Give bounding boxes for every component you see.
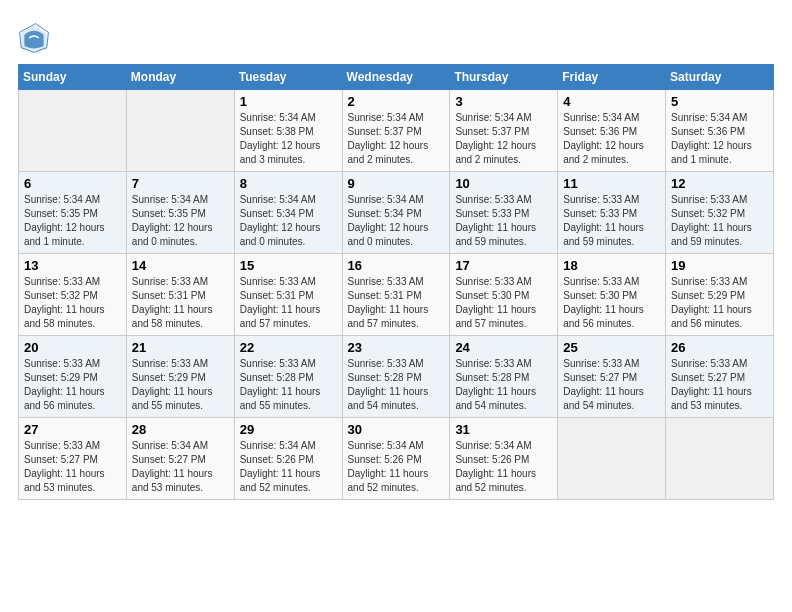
day-info: Sunrise: 5:33 AMSunset: 5:33 PMDaylight:… — [563, 193, 660, 249]
day-number: 28 — [132, 422, 229, 437]
calendar-cell: 23Sunrise: 5:33 AMSunset: 5:28 PMDayligh… — [342, 336, 450, 418]
calendar-week-row: 20Sunrise: 5:33 AMSunset: 5:29 PMDayligh… — [19, 336, 774, 418]
day-info: Sunrise: 5:33 AMSunset: 5:31 PMDaylight:… — [132, 275, 229, 331]
calendar-cell: 31Sunrise: 5:34 AMSunset: 5:26 PMDayligh… — [450, 418, 558, 500]
day-info: Sunrise: 5:34 AMSunset: 5:35 PMDaylight:… — [24, 193, 121, 249]
day-number: 4 — [563, 94, 660, 109]
weekday-header-monday: Monday — [126, 65, 234, 90]
calendar-cell: 6Sunrise: 5:34 AMSunset: 5:35 PMDaylight… — [19, 172, 127, 254]
weekday-header-thursday: Thursday — [450, 65, 558, 90]
day-info: Sunrise: 5:33 AMSunset: 5:31 PMDaylight:… — [348, 275, 445, 331]
day-info: Sunrise: 5:34 AMSunset: 5:37 PMDaylight:… — [455, 111, 552, 167]
day-number: 11 — [563, 176, 660, 191]
calendar-week-row: 1Sunrise: 5:34 AMSunset: 5:38 PMDaylight… — [19, 90, 774, 172]
logo-icon — [18, 22, 50, 54]
day-number: 6 — [24, 176, 121, 191]
day-number: 20 — [24, 340, 121, 355]
day-info: Sunrise: 5:33 AMSunset: 5:29 PMDaylight:… — [671, 275, 768, 331]
day-number: 13 — [24, 258, 121, 273]
day-number: 7 — [132, 176, 229, 191]
weekday-header-sunday: Sunday — [19, 65, 127, 90]
day-number: 18 — [563, 258, 660, 273]
day-info: Sunrise: 5:33 AMSunset: 5:28 PMDaylight:… — [455, 357, 552, 413]
calendar-cell: 11Sunrise: 5:33 AMSunset: 5:33 PMDayligh… — [558, 172, 666, 254]
calendar-cell: 8Sunrise: 5:34 AMSunset: 5:34 PMDaylight… — [234, 172, 342, 254]
weekday-header-saturday: Saturday — [666, 65, 774, 90]
day-info: Sunrise: 5:33 AMSunset: 5:29 PMDaylight:… — [24, 357, 121, 413]
day-info: Sunrise: 5:33 AMSunset: 5:32 PMDaylight:… — [24, 275, 121, 331]
calendar-cell: 27Sunrise: 5:33 AMSunset: 5:27 PMDayligh… — [19, 418, 127, 500]
day-info: Sunrise: 5:33 AMSunset: 5:32 PMDaylight:… — [671, 193, 768, 249]
calendar-cell: 26Sunrise: 5:33 AMSunset: 5:27 PMDayligh… — [666, 336, 774, 418]
calendar-cell: 3Sunrise: 5:34 AMSunset: 5:37 PMDaylight… — [450, 90, 558, 172]
calendar-cell: 5Sunrise: 5:34 AMSunset: 5:36 PMDaylight… — [666, 90, 774, 172]
day-number: 5 — [671, 94, 768, 109]
day-number: 2 — [348, 94, 445, 109]
calendar-week-row: 13Sunrise: 5:33 AMSunset: 5:32 PMDayligh… — [19, 254, 774, 336]
calendar-week-row: 6Sunrise: 5:34 AMSunset: 5:35 PMDaylight… — [19, 172, 774, 254]
day-number: 9 — [348, 176, 445, 191]
calendar-cell: 21Sunrise: 5:33 AMSunset: 5:29 PMDayligh… — [126, 336, 234, 418]
day-info: Sunrise: 5:34 AMSunset: 5:34 PMDaylight:… — [240, 193, 337, 249]
calendar-cell — [666, 418, 774, 500]
calendar-cell: 25Sunrise: 5:33 AMSunset: 5:27 PMDayligh… — [558, 336, 666, 418]
calendar-cell: 16Sunrise: 5:33 AMSunset: 5:31 PMDayligh… — [342, 254, 450, 336]
day-number: 29 — [240, 422, 337, 437]
day-number: 22 — [240, 340, 337, 355]
calendar-cell — [126, 90, 234, 172]
calendar-cell: 13Sunrise: 5:33 AMSunset: 5:32 PMDayligh… — [19, 254, 127, 336]
calendar-cell: 9Sunrise: 5:34 AMSunset: 5:34 PMDaylight… — [342, 172, 450, 254]
day-info: Sunrise: 5:33 AMSunset: 5:27 PMDaylight:… — [563, 357, 660, 413]
day-info: Sunrise: 5:34 AMSunset: 5:34 PMDaylight:… — [348, 193, 445, 249]
calendar-cell — [19, 90, 127, 172]
day-info: Sunrise: 5:34 AMSunset: 5:27 PMDaylight:… — [132, 439, 229, 495]
day-info: Sunrise: 5:33 AMSunset: 5:30 PMDaylight:… — [455, 275, 552, 331]
weekday-header-friday: Friday — [558, 65, 666, 90]
calendar-cell: 29Sunrise: 5:34 AMSunset: 5:26 PMDayligh… — [234, 418, 342, 500]
calendar-week-row: 27Sunrise: 5:33 AMSunset: 5:27 PMDayligh… — [19, 418, 774, 500]
day-info: Sunrise: 5:33 AMSunset: 5:28 PMDaylight:… — [348, 357, 445, 413]
calendar-cell: 15Sunrise: 5:33 AMSunset: 5:31 PMDayligh… — [234, 254, 342, 336]
day-info: Sunrise: 5:34 AMSunset: 5:37 PMDaylight:… — [348, 111, 445, 167]
day-number: 8 — [240, 176, 337, 191]
calendar-cell: 28Sunrise: 5:34 AMSunset: 5:27 PMDayligh… — [126, 418, 234, 500]
calendar-cell: 14Sunrise: 5:33 AMSunset: 5:31 PMDayligh… — [126, 254, 234, 336]
calendar-cell: 22Sunrise: 5:33 AMSunset: 5:28 PMDayligh… — [234, 336, 342, 418]
day-info: Sunrise: 5:33 AMSunset: 5:29 PMDaylight:… — [132, 357, 229, 413]
day-number: 16 — [348, 258, 445, 273]
day-number: 14 — [132, 258, 229, 273]
header — [18, 18, 774, 54]
day-info: Sunrise: 5:34 AMSunset: 5:26 PMDaylight:… — [348, 439, 445, 495]
calendar-cell: 17Sunrise: 5:33 AMSunset: 5:30 PMDayligh… — [450, 254, 558, 336]
day-info: Sunrise: 5:33 AMSunset: 5:30 PMDaylight:… — [563, 275, 660, 331]
day-number: 31 — [455, 422, 552, 437]
calendar-cell — [558, 418, 666, 500]
day-number: 17 — [455, 258, 552, 273]
calendar-cell: 10Sunrise: 5:33 AMSunset: 5:33 PMDayligh… — [450, 172, 558, 254]
day-number: 30 — [348, 422, 445, 437]
day-info: Sunrise: 5:34 AMSunset: 5:35 PMDaylight:… — [132, 193, 229, 249]
calendar-table: SundayMondayTuesdayWednesdayThursdayFrid… — [18, 64, 774, 500]
weekday-header-tuesday: Tuesday — [234, 65, 342, 90]
calendar-cell: 12Sunrise: 5:33 AMSunset: 5:32 PMDayligh… — [666, 172, 774, 254]
weekday-header-row: SundayMondayTuesdayWednesdayThursdayFrid… — [19, 65, 774, 90]
day-number: 23 — [348, 340, 445, 355]
day-info: Sunrise: 5:33 AMSunset: 5:27 PMDaylight:… — [24, 439, 121, 495]
day-number: 25 — [563, 340, 660, 355]
day-info: Sunrise: 5:34 AMSunset: 5:26 PMDaylight:… — [455, 439, 552, 495]
day-number: 27 — [24, 422, 121, 437]
calendar-cell: 7Sunrise: 5:34 AMSunset: 5:35 PMDaylight… — [126, 172, 234, 254]
day-number: 1 — [240, 94, 337, 109]
day-number: 3 — [455, 94, 552, 109]
day-info: Sunrise: 5:34 AMSunset: 5:38 PMDaylight:… — [240, 111, 337, 167]
calendar-cell: 20Sunrise: 5:33 AMSunset: 5:29 PMDayligh… — [19, 336, 127, 418]
calendar-cell: 18Sunrise: 5:33 AMSunset: 5:30 PMDayligh… — [558, 254, 666, 336]
day-number: 10 — [455, 176, 552, 191]
weekday-header-wednesday: Wednesday — [342, 65, 450, 90]
day-info: Sunrise: 5:33 AMSunset: 5:33 PMDaylight:… — [455, 193, 552, 249]
day-info: Sunrise: 5:33 AMSunset: 5:27 PMDaylight:… — [671, 357, 768, 413]
day-info: Sunrise: 5:33 AMSunset: 5:31 PMDaylight:… — [240, 275, 337, 331]
day-info: Sunrise: 5:34 AMSunset: 5:26 PMDaylight:… — [240, 439, 337, 495]
calendar-cell: 1Sunrise: 5:34 AMSunset: 5:38 PMDaylight… — [234, 90, 342, 172]
calendar-cell: 30Sunrise: 5:34 AMSunset: 5:26 PMDayligh… — [342, 418, 450, 500]
